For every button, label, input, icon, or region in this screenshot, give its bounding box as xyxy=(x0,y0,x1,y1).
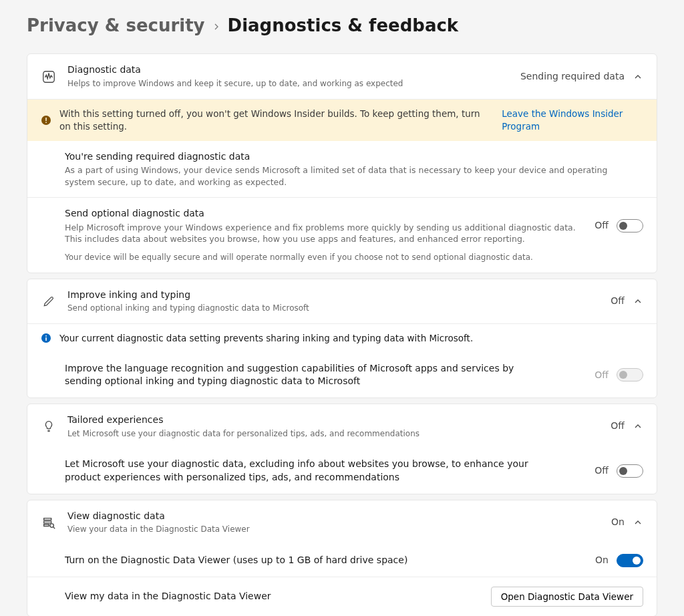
svg-rect-5 xyxy=(45,337,47,341)
tailored-toggle[interactable] xyxy=(617,464,643,478)
tailored-sub-row: Let Microsoft use your diagnostic data, … xyxy=(27,448,657,493)
chevron-right-icon xyxy=(213,23,220,30)
view-data-open-row: View my data in the Diagnostic Data View… xyxy=(27,577,657,616)
warning-icon xyxy=(41,115,51,126)
warning-text: With this setting turned off, you won't … xyxy=(59,108,488,133)
svg-rect-6 xyxy=(45,335,47,337)
lightbulb-icon xyxy=(41,420,57,433)
inking-sub-state: Off xyxy=(594,369,609,382)
tailored-sub-state: Off xyxy=(594,464,609,478)
optional-desc: Help Microsoft improve your Windows expe… xyxy=(65,222,584,245)
data-view-icon xyxy=(41,515,57,530)
view-data-toggle-row: Turn on the Diagnostic Data Viewer (uses… xyxy=(27,545,657,577)
optional-data-row: Send optional diagnostic data Help Micro… xyxy=(27,197,657,272)
inking-info-banner: Your current diagnostic data setting pre… xyxy=(27,323,657,353)
svg-rect-3 xyxy=(45,122,47,123)
card-view-data: View diagnostic data View your data in t… xyxy=(27,500,657,616)
chevron-up-icon xyxy=(633,71,643,82)
chevron-up-icon xyxy=(633,296,643,307)
heartbeat-icon xyxy=(41,69,57,84)
info-icon xyxy=(41,333,51,343)
optional-data-toggle[interactable] xyxy=(617,219,643,233)
group-header-inking[interactable]: Improve inking and typing Send optional … xyxy=(27,279,657,323)
required-title: You're sending required diagnostic data xyxy=(65,150,643,164)
page-title: Diagnostics & feedback xyxy=(228,13,459,37)
svg-rect-2 xyxy=(45,118,47,121)
required-data-row: You're sending required diagnostic data … xyxy=(27,141,657,198)
group-state: Off xyxy=(611,295,625,308)
card-diagnostic-data: Diagnostic data Helps to improve Windows… xyxy=(27,53,657,273)
open-viewer-button[interactable]: Open Diagnostic Data Viewer xyxy=(491,587,643,607)
info-text: Your current diagnostic data setting pre… xyxy=(59,332,473,345)
group-state: On xyxy=(611,516,625,529)
group-desc: Helps to improve Windows and keep it sec… xyxy=(67,78,510,90)
group-header-view-data[interactable]: View diagnostic data View your data in t… xyxy=(27,500,657,545)
inking-sub-row: Improve the language recognition and sug… xyxy=(27,353,657,398)
optional-note: Your device will be equally secure and w… xyxy=(65,252,584,263)
leave-insider-link[interactable]: Leave the Windows Insider Program xyxy=(502,108,643,133)
optional-state-label: Off xyxy=(594,219,609,233)
chevron-up-icon xyxy=(633,421,643,432)
view-data-sub2-desc: View my data in the Diagnostic Data View… xyxy=(65,590,480,603)
insider-warning-banner: With this setting turned off, you won't … xyxy=(27,99,657,141)
group-state: Sending required data xyxy=(520,70,625,84)
chevron-up-icon xyxy=(633,517,643,528)
group-state: Off xyxy=(611,420,625,433)
group-desc: Send optional inking and typing diagnost… xyxy=(67,303,600,314)
card-inking: Improve inking and typing Send optional … xyxy=(27,279,657,398)
group-desc: View your data in the Diagnostic Data Vi… xyxy=(67,524,601,535)
breadcrumb: Privacy & security Diagnostics & feedbac… xyxy=(27,13,657,37)
breadcrumb-parent[interactable]: Privacy & security xyxy=(27,13,205,37)
group-desc: Let Microsoft use your diagnostic data f… xyxy=(67,428,600,440)
group-title: Tailored experiences xyxy=(67,414,600,427)
optional-title: Send optional diagnostic data xyxy=(65,207,584,220)
card-tailored: Tailored experiences Let Microsoft use y… xyxy=(27,404,657,494)
inking-toggle xyxy=(617,368,643,381)
pen-icon xyxy=(41,295,57,308)
view-data-sub1-desc: Turn on the Diagnostic Data Viewer (uses… xyxy=(65,554,584,567)
group-title: Diagnostic data xyxy=(67,63,510,77)
group-title: Improve inking and typing xyxy=(67,289,600,302)
view-data-sub1-state: On xyxy=(595,554,609,567)
group-title: View diagnostic data xyxy=(67,510,601,523)
view-data-toggle[interactable] xyxy=(617,554,643,567)
inking-sub-desc: Improve the language recognition and sug… xyxy=(65,362,519,388)
required-desc: As a part of using Windows, your device … xyxy=(65,164,613,188)
svg-point-7 xyxy=(50,524,54,528)
group-header-diagnostic-data[interactable]: Diagnostic data Helps to improve Windows… xyxy=(27,54,657,98)
group-header-tailored[interactable]: Tailored experiences Let Microsoft use y… xyxy=(27,404,657,448)
tailored-sub-desc: Let Microsoft use your diagnostic data, … xyxy=(65,458,546,484)
